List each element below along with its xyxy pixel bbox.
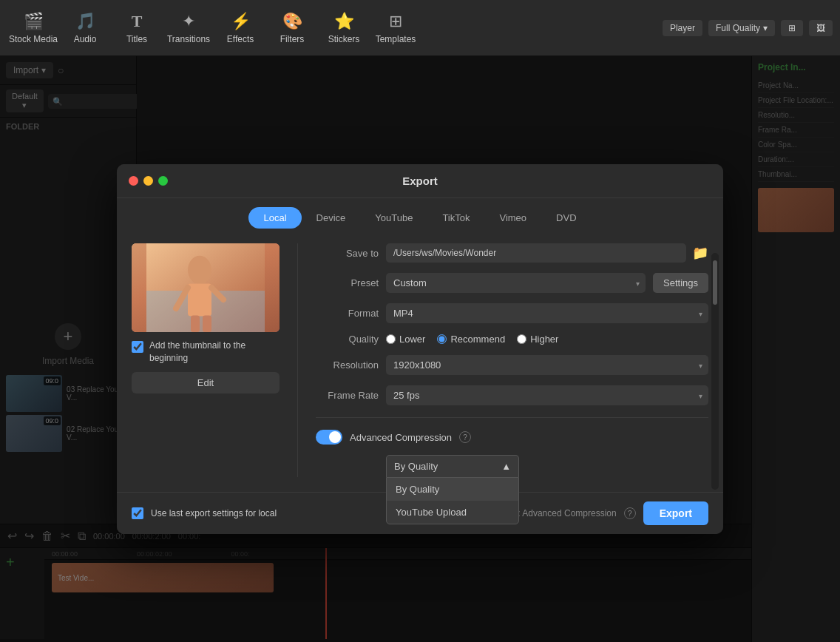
thumbnail-checkbox-row: Add the thumbnail to the beginning: [132, 339, 280, 365]
main-toolbar: 🎬 Stock Media 🎵 Audio T Titles ✦ Transit…: [0, 0, 840, 56]
quality-higher-radio[interactable]: [517, 334, 526, 344]
toolbar-templates-label: Templates: [376, 34, 416, 44]
toolbar-titles[interactable]: T Titles: [111, 2, 163, 54]
quality-label: Full Quality: [716, 23, 760, 33]
save-to-input-group: 📁: [386, 243, 708, 263]
format-row: Format MP4 ▾: [316, 303, 708, 323]
tab-youtube[interactable]: YouTube: [360, 207, 427, 229]
save-to-row: Save to 📁: [316, 243, 708, 263]
frame-rate-label: Frame Rate: [316, 390, 379, 401]
modal-title: Export: [132, 175, 708, 187]
svg-rect-3: [188, 283, 211, 316]
preset-label: Preset: [316, 277, 379, 288]
advanced-compression-row: Advanced Compression ?: [316, 430, 708, 445]
audio-icon: 🎵: [75, 12, 95, 31]
compression-option-by-quality[interactable]: By Quality: [387, 478, 518, 501]
quality-recommend-label: Recommend: [450, 334, 505, 345]
edit-thumbnail-button[interactable]: Edit: [132, 372, 280, 393]
templates-icon: ⊞: [389, 12, 402, 31]
quality-button[interactable]: Full Quality ▾: [708, 20, 775, 36]
compression-dropdown-options: By Quality YouTube Upload: [386, 477, 519, 524]
minimize-window-button[interactable]: [143, 176, 153, 186]
quality-recommend-option[interactable]: Recommend: [437, 334, 505, 345]
modal-overlay: Export Local Device YouTube TikTok Vimeo…: [0, 56, 840, 642]
close-window-button[interactable]: [129, 176, 138, 186]
thumbnail-checkbox[interactable]: [132, 341, 143, 353]
toolbar-transitions[interactable]: ✦ Transitions: [163, 2, 214, 54]
use-last-settings-checkbox[interactable]: [132, 507, 143, 519]
quality-lower-option[interactable]: Lower: [386, 334, 425, 345]
modal-scrollbar-area[interactable]: [711, 253, 719, 490]
modal-header: Export: [117, 164, 723, 198]
advanced-compression-label: Advanced Compression: [350, 432, 452, 443]
preset-select[interactable]: Custom: [386, 273, 646, 293]
tab-vimeo[interactable]: Vimeo: [484, 207, 541, 229]
format-select[interactable]: MP4: [386, 303, 708, 323]
toolbar-stock-media-label: Stock Media: [9, 34, 58, 44]
toolbar-templates[interactable]: ⊞ Templates: [370, 2, 421, 54]
stickers-icon: ⭐: [334, 12, 354, 31]
resolution-label: Resolution: [316, 359, 379, 371]
quality-row: Quality Lower Recommend Higher: [316, 334, 708, 345]
person-illustration: [132, 243, 280, 332]
tab-dvd[interactable]: DVD: [541, 207, 591, 229]
image-view-button[interactable]: 🖼: [809, 20, 833, 36]
toolbar-effects[interactable]: ⚡ Effects: [214, 2, 266, 54]
quality-higher-option[interactable]: Higher: [517, 334, 558, 345]
quality-chevron-icon: ▾: [763, 23, 768, 33]
quality-lower-radio[interactable]: [386, 334, 396, 344]
separator: [316, 417, 708, 418]
tab-device[interactable]: Device: [302, 207, 361, 229]
modal-divider: [297, 243, 298, 477]
toolbar-filters[interactable]: 🎨 Filters: [266, 2, 318, 54]
modal-settings-panel: Save to 📁 Preset Custom ▾ Sett: [316, 243, 708, 477]
preset-row: Preset Custom ▾ Settings: [316, 273, 708, 293]
svg-point-2: [188, 256, 211, 284]
export-button[interactable]: Export: [643, 501, 708, 525]
thumbnail-checkbox-label: Add the thumbnail to the beginning: [149, 339, 280, 365]
compression-chevron-icon: ▲: [501, 461, 511, 472]
frame-rate-select[interactable]: 25 fps: [386, 385, 708, 405]
svg-rect-7: [203, 316, 211, 332]
toolbar-audio[interactable]: 🎵 Audio: [59, 2, 111, 54]
tab-tiktok[interactable]: TikTok: [427, 207, 484, 229]
frame-rate-select-wrapper: 25 fps ▾: [386, 385, 708, 405]
quality-lower-label: Lower: [399, 334, 425, 345]
folder-browse-button[interactable]: 📁: [692, 245, 708, 261]
save-to-label: Save to: [316, 248, 379, 259]
compression-option-youtube[interactable]: YouTube Upload: [387, 501, 518, 524]
thumbnail-preview: [132, 243, 280, 332]
player-button[interactable]: Player: [663, 20, 702, 36]
top-right-controls: Player Full Quality ▾ ⊞ 🖼: [663, 20, 833, 36]
toolbar-titles-label: Titles: [126, 34, 147, 44]
quality-recommend-radio[interactable]: [437, 334, 447, 344]
toolbar-effects-label: Effects: [227, 34, 254, 44]
filters-icon: 🎨: [282, 12, 302, 31]
tab-local[interactable]: Local: [248, 207, 301, 229]
maximize-window-button[interactable]: [158, 176, 168, 186]
resolution-select[interactable]: 1920x1080: [386, 355, 708, 375]
format-select-wrapper: MP4 ▾: [386, 303, 708, 323]
transitions-icon: ✦: [182, 12, 195, 31]
effects-icon: ⚡: [231, 12, 251, 31]
export-modal: Export Local Device YouTube TikTok Vimeo…: [117, 164, 723, 534]
toolbar-stock-media[interactable]: 🎬 Stock Media: [7, 2, 59, 54]
modal-body: Add the thumbnail to the beginning Edit …: [117, 229, 723, 492]
quality-higher-label: Higher: [530, 334, 558, 345]
svg-rect-6: [191, 316, 200, 332]
save-to-input[interactable]: [386, 243, 686, 263]
advanced-compression-toggle[interactable]: [316, 430, 342, 445]
grid-view-button[interactable]: ⊞: [781, 20, 803, 36]
settings-button[interactable]: Settings: [653, 273, 708, 293]
resolution-row: Resolution 1920x1080 ▾: [316, 355, 708, 375]
advanced-compression-help-icon[interactable]: ?: [459, 431, 471, 443]
compression-dropdown-selected[interactable]: By Quality ▲: [386, 455, 519, 477]
toolbar-transitions-label: Transitions: [167, 34, 210, 44]
toolbar-stickers[interactable]: ⭐ Stickers: [318, 2, 370, 54]
size-help-icon[interactable]: ?: [624, 507, 636, 519]
compression-selected-label: By Quality: [394, 461, 438, 472]
preset-select-wrapper: Custom ▾: [386, 273, 646, 293]
resolution-select-wrapper: 1920x1080 ▾: [386, 355, 708, 375]
format-label: Format: [316, 308, 379, 319]
toolbar-audio-label: Audio: [74, 34, 97, 44]
